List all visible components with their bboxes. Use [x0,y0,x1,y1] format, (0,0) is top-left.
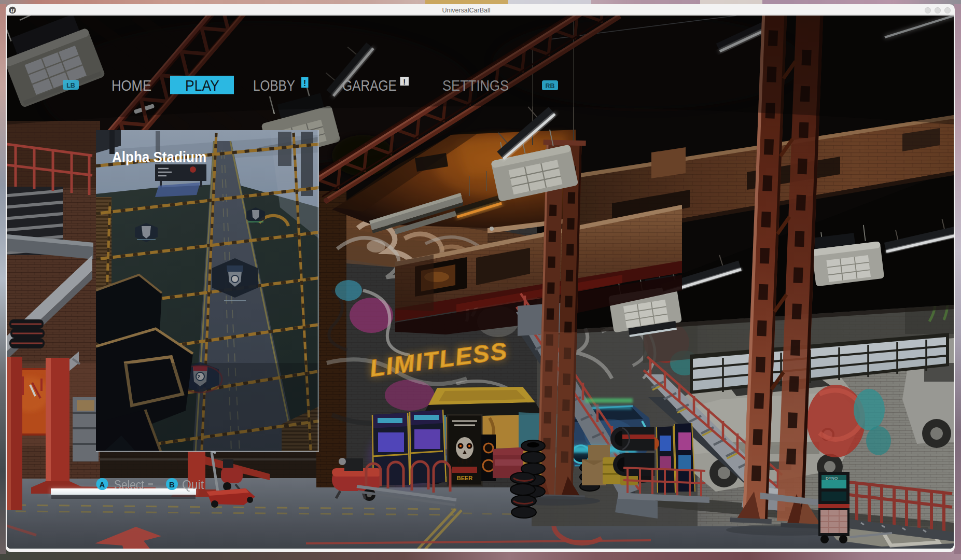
svg-text:A: A [100,480,105,489]
svg-text:Alpha Stadium: Alpha Stadium [112,148,206,165]
svg-text:Select: Select [114,478,144,492]
svg-text:!: ! [403,77,406,86]
svg-text:HOME: HOME [112,77,151,94]
svg-text:RB: RB [545,82,554,90]
svg-text:!: ! [303,78,307,88]
svg-text:PLAY: PLAY [185,77,219,94]
svg-text:LOBBY: LOBBY [253,77,295,94]
svg-text:u: u [10,7,15,14]
svg-text:LB: LB [66,82,75,89]
svg-text:SETTINGS: SETTINGS [442,77,509,94]
svg-text:Quit: Quit [182,478,204,492]
svg-text:B: B [169,480,175,489]
svg-text:GARAGE: GARAGE [342,77,397,94]
svg-text:UniversalCarBall: UniversalCarBall [442,7,490,14]
